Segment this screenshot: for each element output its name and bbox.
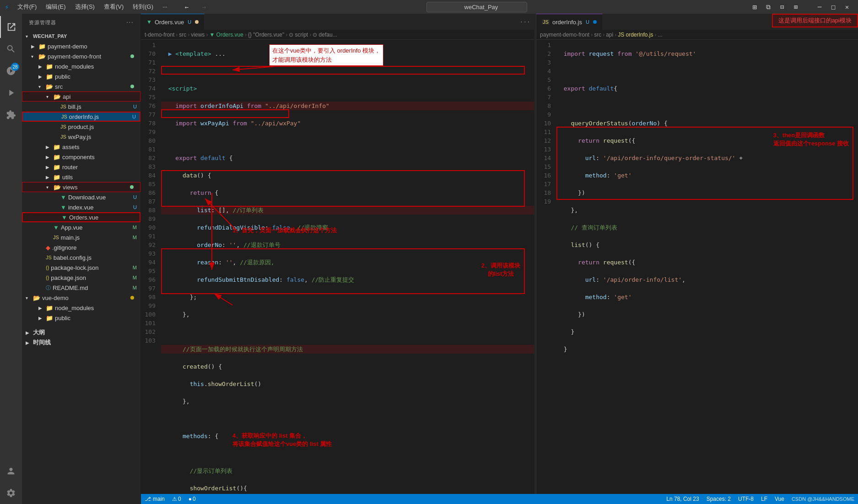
tree-label: bill.js [68, 103, 81, 110]
menu-goto[interactable]: 转到(G) [128, 0, 158, 14]
file-icon: JS [60, 124, 66, 129]
status-position[interactable]: Ln 78, Col 23 [663, 494, 702, 504]
tree-assets[interactable]: ▶ 📁 assets [22, 142, 140, 152]
activity-settings[interactable] [0, 482, 22, 504]
tree-label: node_modules [55, 63, 94, 70]
folder-icon: 📂 [54, 184, 61, 191]
tree-label: package-lock.json [51, 264, 98, 271]
tree-label: utils [62, 174, 73, 181]
activity-extensions[interactable] [0, 104, 22, 126]
back-button[interactable]: ← [180, 0, 193, 13]
tab-more-button[interactable]: ··· [516, 14, 534, 30]
menu-view[interactable]: 查看(V) [99, 0, 128, 14]
folder-icon: 📁 [38, 43, 46, 50]
tree-order-info-js[interactable]: JS orderInfo.js U [22, 112, 140, 122]
tree-label: components [62, 154, 95, 161]
status-right: Ln 78, Col 23 Spaces: 2 UTF-8 LF Vue CSD… [663, 494, 858, 504]
tab-orderinfo-js[interactable]: JS orderInfo.js U [536, 14, 603, 30]
tree-vue-node-modules[interactable]: ▶ 📁 node_modules [22, 303, 140, 313]
code-right[interactable]: import request from '@/utils/request' ex… [555, 40, 858, 494]
tree-label: Orders.vue [69, 214, 98, 221]
status-eol[interactable]: LF [757, 494, 771, 504]
layout2-icon[interactable]: ⧉ [762, 0, 775, 13]
tree-payment-demo[interactable]: ▶ 📁 payment-demo [22, 41, 140, 51]
right-breadcrumb: payment-demo-front › src › api › JS orde… [536, 30, 858, 40]
tree-views[interactable]: ▾ 📂 views [22, 182, 140, 192]
tab-orders-vue[interactable]: ▼ Orders.vue U [141, 14, 205, 30]
window-controls: ⊞ ⧉ ⊟ ⊞ ─ □ ✕ [748, 0, 853, 13]
layout4-icon[interactable]: ⊞ [789, 0, 802, 13]
menu-file[interactable]: 文件(F) [13, 0, 42, 14]
tab-modified-dot [195, 20, 199, 24]
activity-explorer[interactable] [0, 16, 22, 38]
status-badge: U [133, 194, 140, 200]
tree-public[interactable]: ▶ 📁 public [22, 71, 140, 81]
menu-select[interactable]: 选择(S) [70, 0, 99, 14]
tree-src[interactable]: ▾ 📂 src [22, 81, 140, 91]
activity-search[interactable] [0, 38, 22, 60]
maximize-button[interactable]: □ [827, 0, 840, 13]
close-button[interactable]: ✕ [841, 0, 853, 13]
status-bar: ⎇ main ⚠ 0 ● 0 Ln 78, Col 23 Spaces: 2 U… [141, 494, 858, 504]
tree-babel-config[interactable]: JS babel.config.js [22, 252, 140, 263]
status-encoding[interactable]: UTF-8 [734, 494, 757, 504]
sidebar-more-icon[interactable]: ··· [126, 18, 134, 27]
r-line-13: return request({ [556, 258, 858, 267]
menu-more[interactable]: ··· [158, 0, 172, 14]
tree-label: views [63, 184, 78, 191]
tree-bill-js[interactable]: JS bill.js U [22, 102, 140, 112]
annotation-then: 3、then是回调函数返回值由这个response 接收 [773, 131, 849, 148]
activity-account[interactable] [0, 460, 22, 482]
code-line-85 [161, 327, 534, 336]
tree-app-vue[interactable]: ▼ App.vue M [22, 222, 140, 232]
tree-payment-demo-front[interactable]: ▾ 📂 payment-demo-front [22, 51, 140, 61]
tree-gitignore[interactable]: ◆ .gitignore [22, 242, 140, 252]
tree-label: README.md [53, 284, 88, 291]
tree-wechat-pay[interactable]: ▾ WECHAT_PAY [22, 31, 140, 41]
folder-icon: 📁 [46, 73, 53, 80]
status-spaces[interactable]: Spaces: 2 [703, 494, 734, 504]
tree-components[interactable]: ▶ 📁 components [22, 152, 140, 162]
status-errors[interactable]: ⚠ 0 [168, 494, 185, 504]
activity-git[interactable]: 28 [0, 60, 22, 82]
tree-label: node_modules [55, 305, 94, 311]
tree-index-vue[interactable]: ▼ index.vue U [22, 202, 140, 212]
code-line-83: }; [161, 293, 534, 301]
tree-utils[interactable]: ▶ 📁 utils [22, 172, 140, 182]
tree-package-json[interactable]: {} package.json M [22, 273, 140, 283]
tree-vue-public[interactable]: ▶ 📁 public [22, 313, 140, 323]
activity-run[interactable] [0, 82, 22, 104]
tree-label: babel.config.js [54, 254, 92, 261]
tree-outline[interactable]: ▶ 大纲 [22, 327, 140, 338]
tree-wxpay-js[interactable]: JS wxPay.js [22, 132, 140, 142]
tree-main-js[interactable]: JS main.js M [22, 232, 140, 242]
r-line-5: queryOrderStatus(orderNo) { [556, 119, 858, 128]
code-line-70 [161, 67, 534, 75]
tree-product-js[interactable]: JS product.js [22, 122, 140, 132]
search-input[interactable] [426, 2, 527, 12]
status-language[interactable]: Vue [771, 494, 788, 504]
layout3-icon[interactable]: ⊟ [776, 0, 788, 13]
minimize-button[interactable]: ─ [813, 0, 826, 13]
right-editor-body: 1 2 3 4 5 6 7 8 9 10 11 12 13 14 [536, 40, 858, 494]
tree-router[interactable]: ▶ 📁 router [22, 162, 140, 172]
branch-label: main [153, 496, 165, 502]
code-left[interactable]: ▶ <template> ... <script> import orderIn… [159, 40, 534, 494]
tree-package-lock[interactable]: {} package-lock.json M [22, 263, 140, 273]
tree-readme[interactable]: ⓘ README.md M [22, 283, 140, 293]
expand-icon: ▾ [38, 84, 46, 89]
status-warnings[interactable]: ● 0 [185, 494, 200, 504]
tree-download-vue[interactable]: ▼ Download.vue U [22, 192, 140, 202]
activity-bar: 28 [0, 14, 22, 504]
breadcrumb-text: t-demo-front [145, 32, 174, 38]
tree-orders-vue[interactable]: ▼ Orders.vue [22, 212, 140, 222]
tree-api[interactable]: ▾ 📂 api [22, 91, 140, 102]
forward-button[interactable]: → [198, 0, 210, 13]
menu-edit[interactable]: 编辑(E) [41, 0, 70, 14]
status-watermark: CSDN @JH&&HANDSOME [788, 494, 858, 504]
status-branch[interactable]: ⎇ main [141, 494, 168, 504]
tree-timeline[interactable]: ▶ 时间线 [22, 338, 140, 348]
tree-vue-demo[interactable]: ▾ 📂 vue-demo [22, 293, 140, 303]
tree-node-modules[interactable]: ▶ 📁 node_modules [22, 61, 140, 71]
layout-icon[interactable]: ⊞ [748, 0, 761, 13]
